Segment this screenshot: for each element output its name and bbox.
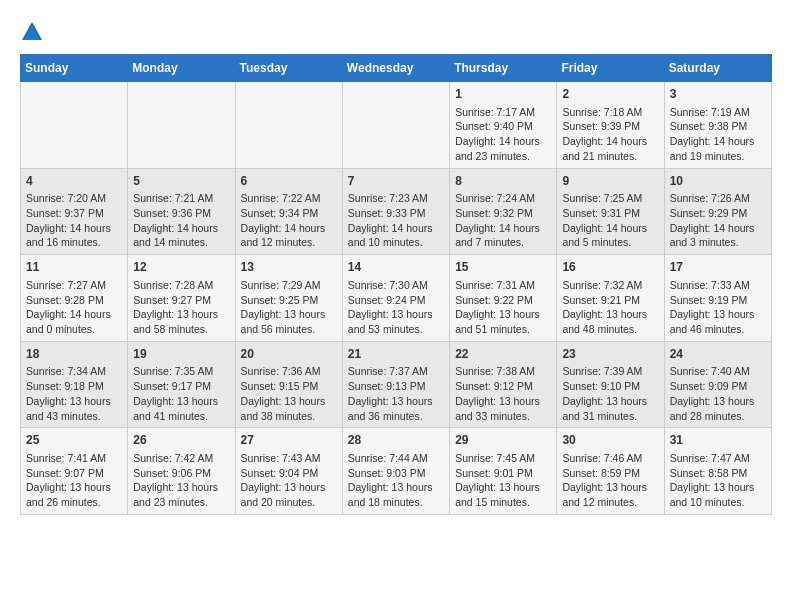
calendar-cell: 8Sunrise: 7:24 AMSunset: 9:32 PMDaylight… [450, 168, 557, 255]
day-number: 28 [348, 432, 444, 449]
cell-content-line: Daylight: 13 hours [670, 480, 766, 495]
day-number: 3 [670, 86, 766, 103]
day-number: 18 [26, 346, 122, 363]
cell-content-line: Sunrise: 7:37 AM [348, 364, 444, 379]
calendar-cell [21, 82, 128, 169]
cell-content-line: Daylight: 14 hours [562, 221, 658, 236]
day-header-friday: Friday [557, 55, 664, 82]
cell-content-line: Sunrise: 7:42 AM [133, 451, 229, 466]
cell-content-line: Daylight: 13 hours [562, 394, 658, 409]
cell-content-line: and 3 minutes. [670, 235, 766, 250]
cell-content-line: and 23 minutes. [133, 495, 229, 510]
day-header-sunday: Sunday [21, 55, 128, 82]
calendar-cell: 9Sunrise: 7:25 AMSunset: 9:31 PMDaylight… [557, 168, 664, 255]
cell-content-line: Daylight: 13 hours [348, 394, 444, 409]
cell-content-line: Sunrise: 7:36 AM [241, 364, 337, 379]
day-number: 22 [455, 346, 551, 363]
day-header-saturday: Saturday [664, 55, 771, 82]
cell-content-line: Sunrise: 7:26 AM [670, 191, 766, 206]
day-number: 31 [670, 432, 766, 449]
cell-content-line: Sunrise: 7:31 AM [455, 278, 551, 293]
cell-content-line: and 5 minutes. [562, 235, 658, 250]
calendar-week-row: 18Sunrise: 7:34 AMSunset: 9:18 PMDayligh… [21, 341, 772, 428]
cell-content-line: and 51 minutes. [455, 322, 551, 337]
cell-content-line: Sunrise: 7:32 AM [562, 278, 658, 293]
cell-content-line: and 23 minutes. [455, 149, 551, 164]
cell-content-line: and 10 minutes. [348, 235, 444, 250]
calendar-cell: 14Sunrise: 7:30 AMSunset: 9:24 PMDayligh… [342, 255, 449, 342]
cell-content-line: and 36 minutes. [348, 409, 444, 424]
calendar-cell: 3Sunrise: 7:19 AMSunset: 9:38 PMDaylight… [664, 82, 771, 169]
cell-content-line: Daylight: 13 hours [562, 307, 658, 322]
cell-content-line: Sunset: 9:27 PM [133, 293, 229, 308]
cell-content-line: Daylight: 14 hours [670, 134, 766, 149]
calendar-cell: 10Sunrise: 7:26 AMSunset: 9:29 PMDayligh… [664, 168, 771, 255]
cell-content-line: Sunrise: 7:39 AM [562, 364, 658, 379]
cell-content-line: Sunset: 9:10 PM [562, 379, 658, 394]
cell-content-line: Sunset: 9:29 PM [670, 206, 766, 221]
cell-content-line: Sunrise: 7:22 AM [241, 191, 337, 206]
cell-content-line: and 41 minutes. [133, 409, 229, 424]
calendar-cell: 4Sunrise: 7:20 AMSunset: 9:37 PMDaylight… [21, 168, 128, 255]
cell-content-line: Sunset: 9:19 PM [670, 293, 766, 308]
cell-content-line: Sunset: 9:22 PM [455, 293, 551, 308]
day-number: 21 [348, 346, 444, 363]
cell-content-line: Sunset: 9:33 PM [348, 206, 444, 221]
calendar-cell: 20Sunrise: 7:36 AMSunset: 9:15 PMDayligh… [235, 341, 342, 428]
cell-content-line: Daylight: 13 hours [455, 480, 551, 495]
cell-content-line: Daylight: 13 hours [348, 307, 444, 322]
cell-content-line: and 0 minutes. [26, 322, 122, 337]
cell-content-line: and 7 minutes. [455, 235, 551, 250]
cell-content-line: Sunrise: 7:25 AM [562, 191, 658, 206]
cell-content-line: and 53 minutes. [348, 322, 444, 337]
cell-content-line: Sunset: 9:31 PM [562, 206, 658, 221]
cell-content-line: and 48 minutes. [562, 322, 658, 337]
cell-content-line: Sunrise: 7:23 AM [348, 191, 444, 206]
cell-content-line: Sunset: 9:17 PM [133, 379, 229, 394]
day-number: 1 [455, 86, 551, 103]
cell-content-line: Sunset: 9:28 PM [26, 293, 122, 308]
cell-content-line: Daylight: 13 hours [455, 394, 551, 409]
day-number: 4 [26, 173, 122, 190]
day-number: 23 [562, 346, 658, 363]
logo [20, 20, 48, 44]
day-number: 30 [562, 432, 658, 449]
cell-content-line: Sunset: 9:03 PM [348, 466, 444, 481]
cell-content-line: Sunrise: 7:20 AM [26, 191, 122, 206]
cell-content-line: Sunrise: 7:46 AM [562, 451, 658, 466]
cell-content-line: Daylight: 14 hours [455, 134, 551, 149]
cell-content-line: Daylight: 13 hours [241, 394, 337, 409]
calendar-cell [235, 82, 342, 169]
cell-content-line: Sunset: 9:15 PM [241, 379, 337, 394]
day-header-tuesday: Tuesday [235, 55, 342, 82]
cell-content-line: Sunset: 9:32 PM [455, 206, 551, 221]
cell-content-line: Sunset: 9:01 PM [455, 466, 551, 481]
cell-content-line: Sunset: 9:04 PM [241, 466, 337, 481]
calendar-cell: 13Sunrise: 7:29 AMSunset: 9:25 PMDayligh… [235, 255, 342, 342]
cell-content-line: Daylight: 14 hours [241, 221, 337, 236]
cell-content-line: Daylight: 14 hours [348, 221, 444, 236]
cell-content-line: Daylight: 13 hours [241, 480, 337, 495]
calendar-cell: 5Sunrise: 7:21 AMSunset: 9:36 PMDaylight… [128, 168, 235, 255]
calendar-week-row: 1Sunrise: 7:17 AMSunset: 9:40 PMDaylight… [21, 82, 772, 169]
calendar-cell: 15Sunrise: 7:31 AMSunset: 9:22 PMDayligh… [450, 255, 557, 342]
cell-content-line: Sunset: 9:37 PM [26, 206, 122, 221]
day-number: 11 [26, 259, 122, 276]
cell-content-line: Sunrise: 7:40 AM [670, 364, 766, 379]
cell-content-line: Daylight: 13 hours [133, 394, 229, 409]
cell-content-line: and 26 minutes. [26, 495, 122, 510]
cell-content-line: and 19 minutes. [670, 149, 766, 164]
cell-content-line: Sunset: 9:07 PM [26, 466, 122, 481]
cell-content-line: Sunrise: 7:41 AM [26, 451, 122, 466]
day-number: 15 [455, 259, 551, 276]
day-number: 17 [670, 259, 766, 276]
cell-content-line: and 20 minutes. [241, 495, 337, 510]
cell-content-line: and 15 minutes. [455, 495, 551, 510]
day-number: 6 [241, 173, 337, 190]
calendar-cell: 25Sunrise: 7:41 AMSunset: 9:07 PMDayligh… [21, 428, 128, 515]
day-number: 29 [455, 432, 551, 449]
cell-content-line: Sunset: 8:59 PM [562, 466, 658, 481]
cell-content-line: Daylight: 14 hours [26, 307, 122, 322]
calendar-cell: 29Sunrise: 7:45 AMSunset: 9:01 PMDayligh… [450, 428, 557, 515]
cell-content-line: Sunset: 9:06 PM [133, 466, 229, 481]
